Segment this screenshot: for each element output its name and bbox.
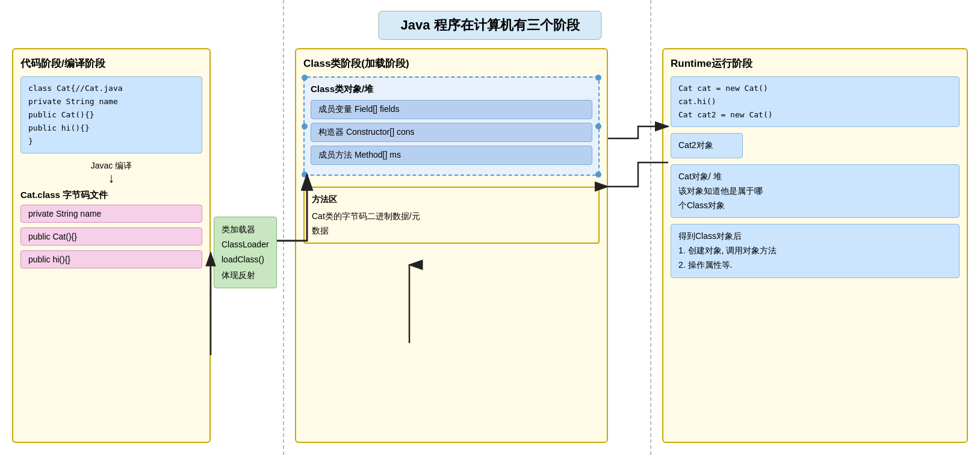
dot-tr bbox=[595, 75, 601, 81]
cat-obj-box: Cat对象/ 堆 该对象知道他是属于哪 个Class对象 bbox=[671, 164, 960, 218]
get-class-box: 得到Class对象后 1. 创建对象, 调用对象方法 2. 操作属性等. bbox=[671, 224, 960, 277]
class-obj-area: Class类对象/堆 成员变量 Field[] fields 构造器 Const… bbox=[303, 76, 600, 176]
bytecode-label: Cat.class 字节码文件 bbox=[20, 190, 202, 201]
classloader-box: 类加载器 ClassLoader loadClass() 体现反射 bbox=[214, 217, 277, 288]
field-row-1: 成员变量 Field[] fields bbox=[311, 100, 592, 119]
bytecode-item-1: private String name bbox=[20, 205, 202, 223]
arrow-classobj-runtime1 bbox=[608, 126, 668, 138]
method-area-box: 方法区 Cat类的字节码二进制数据/元 数据 bbox=[303, 187, 600, 244]
dot-mr bbox=[595, 123, 601, 129]
dot-br bbox=[595, 172, 601, 178]
bytecode-item-2: public Cat(){} bbox=[20, 228, 202, 246]
stage-class-title: Class类阶段(加载阶段) bbox=[303, 57, 600, 70]
compile-arrow-label: Javac 编译 ↓ bbox=[20, 161, 202, 185]
method-area-desc: Cat类的字节码二进制数据/元 数据 bbox=[312, 209, 591, 238]
method-area-title: 方法区 bbox=[312, 193, 591, 207]
bytecode-item-3: public hi(){} bbox=[20, 250, 202, 268]
dot-ml bbox=[302, 123, 308, 129]
stage-class: Class类阶段(加载阶段) Class类对象/堆 成员变量 Field[] f… bbox=[295, 48, 608, 443]
code-box: class Cat{//Cat.java private String name… bbox=[20, 76, 202, 153]
arrow-runtime-classobj bbox=[608, 162, 668, 187]
stage-code: 代码阶段/编译阶段 class Cat{//Cat.java private S… bbox=[12, 48, 211, 443]
dot-tl bbox=[302, 75, 308, 81]
method-area-container: 方法区 Cat类的字节码二进制数据/元 数据 bbox=[303, 187, 600, 244]
main-title: Java 程序在计算机有三个阶段 bbox=[378, 11, 601, 40]
class-obj-title: Class类对象/堆 bbox=[311, 84, 592, 95]
stage-code-title: 代码阶段/编译阶段 bbox=[20, 57, 202, 70]
divider-2 bbox=[650, 0, 651, 455]
cat2-obj-box: Cat2对象 bbox=[671, 133, 743, 158]
stage-runtime: Runtime运行阶段 Cat cat = new Cat() cat.hi()… bbox=[662, 48, 968, 443]
stage-runtime-title: Runtime运行阶段 bbox=[671, 57, 960, 70]
divider-1 bbox=[283, 0, 284, 455]
field-row-3: 成员方法 Method[] ms bbox=[311, 146, 592, 165]
dot-bl bbox=[302, 172, 308, 178]
field-row-2: 构造器 Constructor[] cons bbox=[311, 123, 592, 142]
runtime-code-box: Cat cat = new Cat() cat.hi() Cat cat2 = … bbox=[671, 76, 960, 127]
